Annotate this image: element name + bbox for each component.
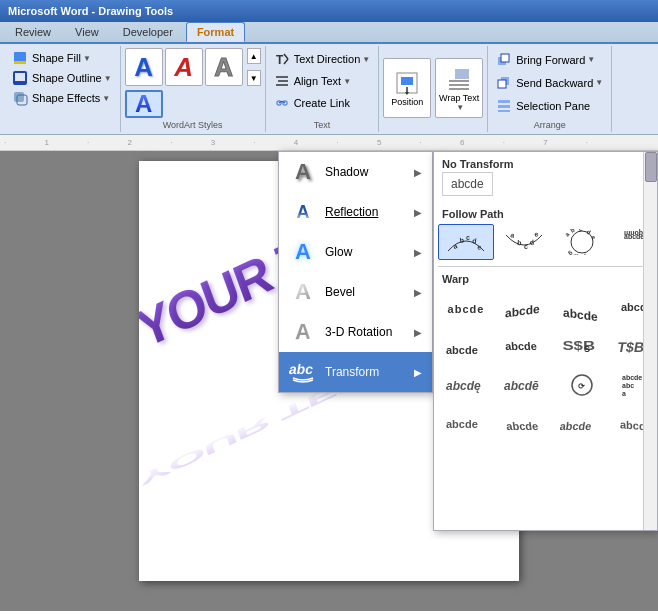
ribbon-content: Shape Fill ▼ Shape Outline ▼ Shape Effec…: [0, 44, 658, 135]
wordart-style-1[interactable]: A: [125, 48, 163, 86]
warp-squeeze[interactable]: S$B s: [554, 329, 610, 365]
shape-outline-button[interactable]: Shape Outline ▼: [8, 68, 116, 88]
arrange-group: Bring Forward ▼ Send Backward ▼ Selectio…: [488, 46, 612, 132]
wrap-text-icon: [445, 65, 473, 93]
text-direction-arrow[interactable]: ▼: [362, 55, 370, 64]
bring-forward-arrow[interactable]: ▼: [587, 55, 595, 64]
pos-wrap-btns: Position Wrap Text ▼: [383, 48, 483, 128]
align-text-icon: [274, 73, 290, 89]
send-backward-arrow[interactable]: ▼: [595, 78, 603, 87]
transform-submenu-scrollbar[interactable]: [643, 152, 657, 530]
wordart-active-btn[interactable]: A: [125, 90, 163, 118]
wordart-scroll-down[interactable]: ▼: [247, 70, 261, 86]
menu-item-bevel[interactable]: A Bevel ▶: [279, 272, 432, 312]
warp-row4-3[interactable]: abcde: [554, 405, 610, 441]
tab-view[interactable]: View: [64, 22, 110, 42]
warp-wave[interactable]: abcde: [496, 329, 552, 365]
menu-item-3d-rotation[interactable]: A 3-D Rotation ▶: [279, 312, 432, 352]
svg-text:c: c: [524, 243, 528, 250]
send-backward-button[interactable]: Send Backward ▼: [492, 71, 607, 94]
follow-path-arch-up[interactable]: a b c d e: [438, 224, 494, 260]
text-direction-button[interactable]: T Text Direction ▼: [270, 48, 375, 70]
send-backward-icon: [496, 75, 512, 91]
text-direction-icon: T: [274, 51, 290, 67]
menu-item-transform[interactable]: abc Transform ▶: [279, 352, 432, 392]
circle-preview: a b c d e g h i: [558, 228, 606, 256]
svg-text:abcde: abcde: [505, 340, 538, 352]
svg-text:g: g: [567, 250, 574, 255]
warp-row4-2[interactable]: abcde: [496, 405, 552, 441]
tab-developer[interactable]: Developer: [112, 22, 184, 42]
no-transform-section: No Transform abcde: [434, 152, 657, 204]
warp-deflate[interactable]: abcdē: [496, 367, 552, 403]
ribbon-tab-strip: Review View Developer Format: [0, 22, 658, 44]
warp-stop[interactable]: abcde: [496, 291, 552, 327]
wrap-text-button[interactable]: Wrap Text ▼: [435, 58, 483, 118]
no-transform-sample[interactable]: abcde: [442, 172, 493, 196]
scrollbar-thumb[interactable]: [645, 152, 657, 182]
warp-plain-preview: abcde: [442, 295, 490, 323]
no-transform-label: No Transform: [442, 156, 649, 172]
align-text-arrow[interactable]: ▼: [343, 77, 351, 86]
shape-styles-group: Shape Fill ▼ Shape Outline ▼ Shape Effec…: [4, 46, 121, 132]
position-wrap-group: Position Wrap Text ▼: [379, 46, 488, 132]
svg-text:b: b: [517, 239, 522, 246]
svg-rect-13: [283, 101, 287, 105]
svg-text:c: c: [579, 229, 583, 232]
glow-label: Glow: [325, 245, 414, 259]
shape-outline-icon: [12, 70, 28, 86]
shape-effects-button[interactable]: Shape Effects ▼: [8, 88, 116, 108]
shape-outline-dropdown-arrow[interactable]: ▼: [104, 74, 112, 83]
tab-review[interactable]: Review: [4, 22, 62, 42]
svg-text:⟳: ⟳: [578, 382, 585, 391]
text-direction-group: T Text Direction ▼ Align Text ▼ Create L…: [266, 46, 380, 132]
warp-circle2[interactable]: ⟳: [554, 367, 610, 403]
tab-format[interactable]: Format: [186, 22, 245, 42]
follow-path-arch-down[interactable]: a b c d e: [496, 224, 552, 260]
menu-item-shadow[interactable]: A Shadow ▶: [279, 152, 432, 192]
warp-row4-1-preview: abcde: [442, 409, 490, 437]
svg-text:s: s: [584, 342, 590, 354]
wordart-scroll-up[interactable]: ▲: [247, 48, 261, 64]
follow-path-grid: a b c d e a b: [434, 222, 657, 264]
warp-row4-1[interactable]: abcde: [438, 405, 494, 441]
svg-text:a: a: [622, 390, 626, 397]
svg-line-7: [284, 54, 288, 59]
position-button[interactable]: Position: [383, 58, 431, 118]
shadow-label: Shadow: [325, 165, 414, 179]
selection-pane-icon: [496, 98, 512, 114]
wordart-style-3[interactable]: A: [205, 48, 243, 86]
shape-effects-dropdown-arrow[interactable]: ▼: [102, 94, 110, 103]
create-link-label: Create Link: [294, 97, 350, 109]
selection-pane-button[interactable]: Selection Pane: [492, 95, 607, 118]
warp-grid: abcde abcde abcde: [434, 289, 657, 447]
follow-path-circle[interactable]: a b c d e g h i: [554, 224, 610, 260]
menu-item-reflection[interactable]: A Reflection ▶: [279, 192, 432, 232]
reflection-menu-icon: A: [289, 198, 317, 226]
svg-text:h: h: [574, 253, 578, 255]
svg-rect-1: [14, 61, 26, 64]
wordart-style-2[interactable]: A: [165, 48, 203, 86]
svg-text:abcdē: abcdē: [504, 379, 539, 393]
wrap-text-arrow[interactable]: ▼: [456, 103, 464, 112]
warp-plain[interactable]: abcde: [438, 291, 494, 327]
align-text-button[interactable]: Align Text ▼: [270, 70, 375, 92]
wrap-text-label: Wrap Text: [439, 93, 479, 103]
svg-rect-12: [277, 101, 281, 105]
arch-up-preview: a b c d e: [442, 228, 490, 256]
wordart-a-white: A: [214, 52, 233, 83]
warp-circle2-preview: ⟳: [558, 371, 606, 399]
create-link-button[interactable]: Create Link: [270, 92, 375, 114]
bring-forward-button[interactable]: Bring Forward ▼: [492, 48, 607, 71]
warp-inflate[interactable]: abcdę: [438, 367, 494, 403]
svg-rect-4: [14, 92, 24, 102]
shape-fill-icon: [12, 50, 28, 66]
warp-row4-3-preview: abcde: [558, 409, 606, 437]
shape-fill-button[interactable]: Shape Fill ▼: [8, 48, 116, 68]
svg-rect-26: [498, 100, 510, 103]
warp-plain2[interactable]: abcde: [438, 329, 494, 365]
shape-fill-dropdown-arrow[interactable]: ▼: [83, 54, 91, 63]
follow-path-label: Follow Path: [434, 204, 657, 222]
warp-arch2[interactable]: abcde: [554, 291, 610, 327]
menu-item-glow[interactable]: A Glow ▶: [279, 232, 432, 272]
